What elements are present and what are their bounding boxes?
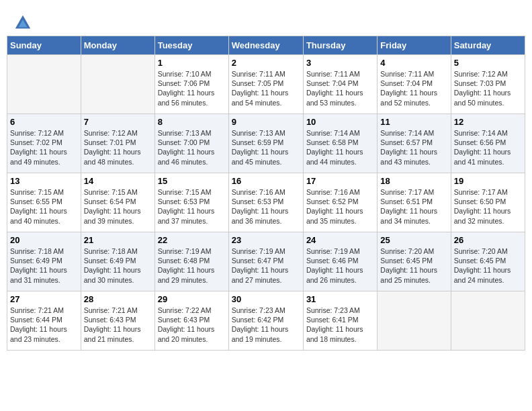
page-header: [7, 7, 525, 36]
day-info: Sunrise: 7:15 AMSunset: 6:54 PMDaylight:…: [84, 187, 152, 226]
day-number: 8: [158, 117, 226, 127]
day-info: Sunrise: 7:15 AMSunset: 6:53 PMDaylight:…: [158, 187, 226, 226]
day-info: Sunrise: 7:14 AMSunset: 6:57 PMDaylight:…: [380, 128, 447, 167]
header-cell-friday: Friday: [378, 36, 451, 55]
day-cell: 11Sunrise: 7:14 AMSunset: 6:57 PMDayligh…: [378, 114, 451, 173]
day-cell: 15Sunrise: 7:15 AMSunset: 6:53 PMDayligh…: [154, 173, 228, 232]
day-info: Sunrise: 7:15 AMSunset: 6:55 PMDaylight:…: [10, 187, 78, 226]
day-number: 31: [306, 294, 374, 304]
day-cell: 13Sunrise: 7:15 AMSunset: 6:55 PMDayligh…: [7, 173, 81, 232]
day-number: 12: [454, 117, 522, 127]
day-number: 15: [158, 176, 226, 186]
header-cell-monday: Monday: [81, 36, 154, 55]
calendar-body: 1Sunrise: 7:10 AMSunset: 7:06 PMDaylight…: [7, 55, 525, 351]
header-cell-tuesday: Tuesday: [154, 36, 228, 55]
day-cell: 25Sunrise: 7:20 AMSunset: 6:45 PMDayligh…: [378, 232, 451, 291]
day-info: Sunrise: 7:23 AMSunset: 6:41 PMDaylight:…: [306, 306, 374, 344]
day-number: 7: [84, 117, 152, 127]
day-info: Sunrise: 7:13 AMSunset: 7:00 PMDaylight:…: [158, 128, 226, 167]
day-number: 10: [306, 117, 374, 127]
day-info: Sunrise: 7:17 AMSunset: 6:51 PMDaylight:…: [380, 187, 447, 226]
day-cell: 2Sunrise: 7:11 AMSunset: 7:05 PMDaylight…: [228, 55, 303, 114]
header-row: SundayMondayTuesdayWednesdayThursdayFrid…: [7, 36, 525, 55]
day-info: Sunrise: 7:14 AMSunset: 6:56 PMDaylight:…: [454, 128, 522, 167]
day-info: Sunrise: 7:22 AMSunset: 6:43 PMDaylight:…: [158, 306, 226, 344]
logo: [13, 13, 35, 32]
day-cell: 6Sunrise: 7:12 AMSunset: 7:02 PMDaylight…: [7, 114, 81, 173]
header-cell-wednesday: Wednesday: [228, 36, 303, 55]
day-cell: 27Sunrise: 7:21 AMSunset: 6:44 PMDayligh…: [7, 291, 81, 351]
day-info: Sunrise: 7:11 AMSunset: 7:04 PMDaylight:…: [306, 69, 374, 107]
calendar-header: SundayMondayTuesdayWednesdayThursdayFrid…: [7, 36, 525, 55]
day-cell: [7, 55, 81, 114]
day-cell: [451, 291, 525, 351]
day-number: 25: [380, 235, 447, 245]
day-info: Sunrise: 7:19 AMSunset: 6:48 PMDaylight:…: [158, 246, 226, 285]
day-info: Sunrise: 7:21 AMSunset: 6:44 PMDaylight:…: [10, 306, 78, 344]
day-cell: 3Sunrise: 7:11 AMSunset: 7:04 PMDaylight…: [303, 55, 377, 114]
day-number: 9: [232, 117, 300, 127]
day-cell: 9Sunrise: 7:13 AMSunset: 6:59 PMDaylight…: [228, 114, 303, 173]
day-cell: 28Sunrise: 7:21 AMSunset: 6:43 PMDayligh…: [81, 291, 154, 351]
day-number: 27: [10, 294, 78, 304]
day-number: 16: [232, 176, 300, 186]
day-info: Sunrise: 7:10 AMSunset: 7:06 PMDaylight:…: [158, 69, 226, 107]
day-info: Sunrise: 7:12 AMSunset: 7:02 PMDaylight:…: [10, 128, 78, 167]
day-number: 18: [380, 176, 447, 186]
day-number: 24: [306, 235, 374, 245]
day-number: 20: [10, 235, 78, 245]
day-number: 23: [232, 235, 300, 245]
day-number: 21: [84, 235, 152, 245]
day-info: Sunrise: 7:19 AMSunset: 6:47 PMDaylight:…: [232, 246, 300, 285]
day-number: 28: [84, 294, 152, 304]
day-info: Sunrise: 7:23 AMSunset: 6:42 PMDaylight:…: [232, 306, 300, 344]
day-info: Sunrise: 7:20 AMSunset: 6:45 PMDaylight:…: [454, 246, 522, 285]
logo-icon: [13, 13, 32, 32]
day-cell: 21Sunrise: 7:18 AMSunset: 6:49 PMDayligh…: [81, 232, 154, 291]
day-cell: 17Sunrise: 7:16 AMSunset: 6:52 PMDayligh…: [303, 173, 377, 232]
day-cell: 4Sunrise: 7:11 AMSunset: 7:04 PMDaylight…: [378, 55, 451, 114]
day-info: Sunrise: 7:13 AMSunset: 6:59 PMDaylight:…: [232, 128, 300, 167]
day-number: 4: [380, 58, 447, 68]
header-cell-sunday: Sunday: [7, 36, 81, 55]
week-row-2: 6Sunrise: 7:12 AMSunset: 7:02 PMDaylight…: [7, 114, 525, 173]
day-cell: 30Sunrise: 7:23 AMSunset: 6:42 PMDayligh…: [228, 291, 303, 351]
day-cell: 18Sunrise: 7:17 AMSunset: 6:51 PMDayligh…: [378, 173, 451, 232]
day-number: 22: [158, 235, 226, 245]
day-cell: 14Sunrise: 7:15 AMSunset: 6:54 PMDayligh…: [81, 173, 154, 232]
header-cell-saturday: Saturday: [451, 36, 525, 55]
day-cell: 7Sunrise: 7:12 AMSunset: 7:01 PMDaylight…: [81, 114, 154, 173]
day-cell: 29Sunrise: 7:22 AMSunset: 6:43 PMDayligh…: [154, 291, 228, 351]
day-number: 14: [84, 176, 152, 186]
day-cell: [378, 291, 451, 351]
day-cell: 22Sunrise: 7:19 AMSunset: 6:48 PMDayligh…: [154, 232, 228, 291]
day-number: 5: [454, 58, 522, 68]
day-number: 19: [454, 176, 522, 186]
day-cell: 19Sunrise: 7:17 AMSunset: 6:50 PMDayligh…: [451, 173, 525, 232]
day-number: 30: [232, 294, 300, 304]
day-cell: [81, 55, 154, 114]
day-number: 3: [306, 58, 374, 68]
day-cell: 1Sunrise: 7:10 AMSunset: 7:06 PMDaylight…: [154, 55, 228, 114]
day-cell: 10Sunrise: 7:14 AMSunset: 6:58 PMDayligh…: [303, 114, 377, 173]
day-info: Sunrise: 7:17 AMSunset: 6:50 PMDaylight:…: [454, 187, 522, 226]
header-cell-thursday: Thursday: [303, 36, 377, 55]
day-info: Sunrise: 7:21 AMSunset: 6:43 PMDaylight:…: [84, 306, 152, 344]
week-row-5: 27Sunrise: 7:21 AMSunset: 6:44 PMDayligh…: [7, 291, 525, 351]
day-cell: 20Sunrise: 7:18 AMSunset: 6:49 PMDayligh…: [7, 232, 81, 291]
day-number: 13: [10, 176, 78, 186]
day-cell: 26Sunrise: 7:20 AMSunset: 6:45 PMDayligh…: [451, 232, 525, 291]
day-info: Sunrise: 7:18 AMSunset: 6:49 PMDaylight:…: [10, 246, 78, 285]
day-number: 26: [454, 235, 522, 245]
day-info: Sunrise: 7:12 AMSunset: 7:03 PMDaylight:…: [454, 69, 522, 107]
day-number: 6: [10, 117, 78, 127]
day-info: Sunrise: 7:18 AMSunset: 6:49 PMDaylight:…: [84, 246, 152, 285]
day-number: 29: [158, 294, 226, 304]
day-cell: 12Sunrise: 7:14 AMSunset: 6:56 PMDayligh…: [451, 114, 525, 173]
day-number: 11: [380, 117, 447, 127]
day-info: Sunrise: 7:14 AMSunset: 6:58 PMDaylight:…: [306, 128, 374, 167]
week-row-4: 20Sunrise: 7:18 AMSunset: 6:49 PMDayligh…: [7, 232, 525, 291]
day-number: 1: [158, 58, 226, 68]
day-cell: 24Sunrise: 7:19 AMSunset: 6:46 PMDayligh…: [303, 232, 377, 291]
day-info: Sunrise: 7:12 AMSunset: 7:01 PMDaylight:…: [84, 128, 152, 167]
